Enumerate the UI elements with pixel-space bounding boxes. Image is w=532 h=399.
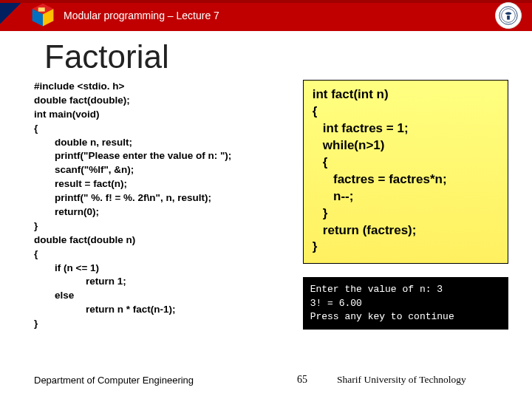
code-line: return 1;: [34, 275, 297, 289]
university-seal-icon: [495, 2, 522, 29]
code-line: }: [34, 219, 297, 233]
page-title: Factorial: [44, 38, 532, 75]
slide-header: Modular programming – Lecture 7: [0, 0, 532, 31]
console-output: Enter the value of n: 3 3! = 6.00 Press …: [303, 277, 508, 330]
code-line: return(0);: [34, 205, 297, 219]
left-code-block: #include <stdio. h> double fact(double);…: [34, 80, 297, 331]
slide-number: 65: [297, 374, 307, 386]
code-line: double fact(double n): [34, 233, 297, 248]
code-line: return n * fact(n-1);: [34, 303, 297, 317]
code-line: #include <stdio. h>: [34, 80, 297, 94]
code-line: else: [34, 289, 297, 303]
lecture-title: Modular programming – Lecture 7: [64, 10, 219, 21]
highlighted-code-box: int fact(int n) { int factres = 1; while…: [303, 80, 508, 264]
code-line: {: [34, 122, 297, 136]
code-line: printf("Please enter the value of n: ");: [34, 149, 297, 163]
code-line: int main(void): [34, 108, 297, 122]
code-line: result = fact(n);: [34, 177, 297, 191]
cube-icon: [28, 2, 58, 29]
code-line: }: [34, 317, 297, 331]
footer-department: Department of Computer Engineering: [34, 375, 194, 386]
footer-university: Sharif University of Technology: [337, 374, 466, 386]
code-line: if (n <= 1): [34, 262, 297, 276]
svg-marker-3: [38, 7, 45, 11]
code-line: printf(" %. f! = %. 2f\n", n, result);: [34, 191, 297, 205]
slide-footer: Department of Computer Engineering 65 Sh…: [0, 374, 532, 386]
code-line: double n, result;: [34, 136, 297, 150]
svg-rect-6: [507, 16, 510, 20]
code-line: double fact(double);: [34, 94, 297, 108]
code-line: {: [34, 248, 297, 262]
right-column: int fact(int n) { int factres = 1; while…: [297, 80, 508, 331]
content-area: #include <stdio. h> double fact(double);…: [0, 80, 532, 331]
header-top-accent: [0, 0, 532, 3]
code-line: scanf("%lf", &n);: [34, 163, 297, 177]
